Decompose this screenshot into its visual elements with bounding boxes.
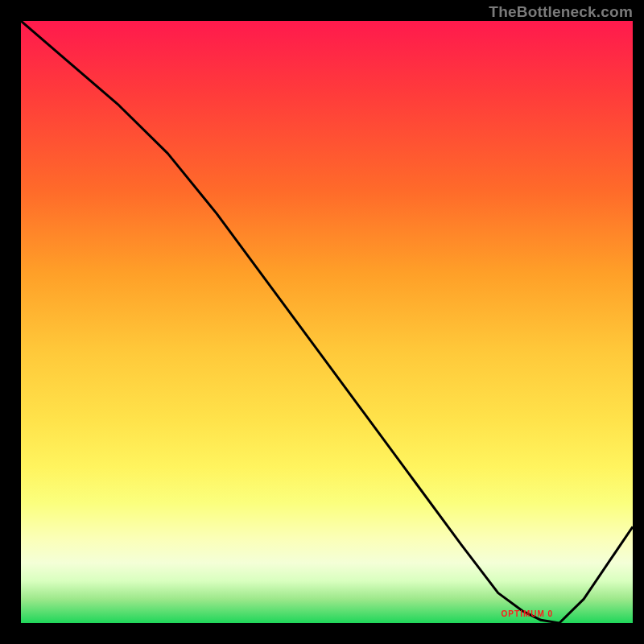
curve-layer	[21, 21, 633, 623]
plot-area: OPTIMUM 0	[21, 21, 633, 623]
bottleneck-line	[21, 21, 633, 623]
optimum-marker: OPTIMUM 0	[502, 609, 554, 618]
chart-container: { "attribution": "TheBottleneck.com", "c…	[0, 0, 644, 644]
attribution-label: TheBottleneck.com	[489, 3, 633, 21]
